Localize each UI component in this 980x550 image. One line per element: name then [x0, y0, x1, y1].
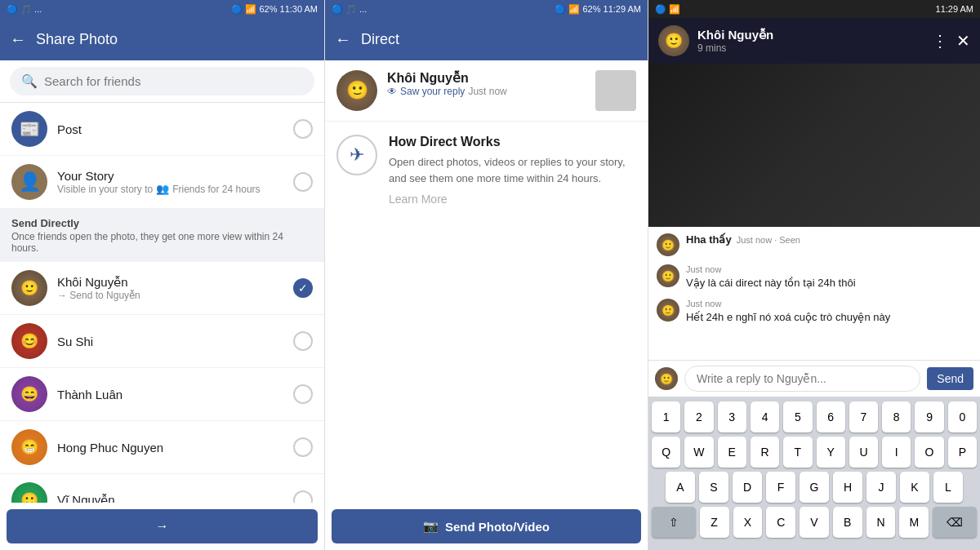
key-f[interactable]: F [766, 472, 795, 503]
khoi-text: Khôi Nguyễn → Send to Nguyễn [57, 275, 283, 301]
thanh-radio[interactable] [293, 384, 313, 404]
key-3[interactable]: 3 [718, 401, 746, 432]
key-y[interactable]: Y [817, 437, 845, 468]
key-q[interactable]: Q [652, 437, 680, 468]
key-9[interactable]: 9 [915, 401, 943, 432]
direct-time: Just now [468, 86, 506, 97]
story-radio[interactable] [293, 172, 313, 192]
msg-content-2: Just now Vậy là cái direct này tồn tại 2… [686, 264, 972, 291]
keyboard-row-a: A S D F G H J K L [652, 472, 977, 503]
post-icon-symbol: 📰 [20, 119, 40, 139]
key-7[interactable]: 7 [849, 401, 878, 432]
post-item[interactable]: 📰 Post [0, 103, 324, 156]
hong-name: Hong Phuc Nguyen [57, 441, 283, 455]
key-j[interactable]: J [866, 472, 896, 503]
friend-item-sushi[interactable]: 😊 Su Shi [0, 315, 324, 368]
key-o[interactable]: O [915, 437, 943, 468]
chat-image-bg [648, 64, 980, 227]
key-4[interactable]: 4 [751, 401, 779, 432]
key-h[interactable]: H [833, 472, 862, 503]
direct-user-text: Khôi Nguyễn 👁 Saw your reply Just now [387, 70, 586, 97]
share-list: 📰 Post 👤 Your Story Visible in your stor… [0, 103, 324, 503]
how-direct-desc: Open direct photos, videos or replies to… [389, 154, 636, 186]
khoi-name: Khôi Nguyễn [57, 275, 283, 290]
close-icon[interactable]: ✕ [956, 31, 970, 51]
key-e[interactable]: E [718, 437, 746, 468]
chat-panel: 🔵 📶 11:29 AM 🙂 Khôi Nguyễn 9 mins ⋮ ✕ 🙂 … [648, 0, 980, 550]
chat-message-2: 🙂 Just now Vậy là cái direct này tồn tại… [657, 264, 972, 291]
key-t[interactable]: T [783, 437, 812, 468]
story-label: Your Story [57, 169, 283, 183]
key-x[interactable]: X [733, 507, 763, 538]
msg-avatar-3: 🙂 [657, 299, 679, 322]
key-1[interactable]: 1 [652, 401, 680, 432]
virtual-keyboard: 1 2 3 4 5 6 7 8 9 0 Q W E R T Y U I O P … [648, 397, 980, 550]
key-s[interactable]: S [699, 472, 728, 503]
back-button-p1[interactable]: ← [10, 30, 26, 49]
status-right-p1: 🔵 📶 62% 11:30 AM [231, 4, 318, 15]
friend-item-vi[interactable]: 🙂 Vĩ Nguyễn [0, 474, 324, 503]
search-input[interactable] [44, 74, 303, 88]
key-a[interactable]: A [666, 472, 695, 503]
key-g[interactable]: G [800, 472, 829, 503]
key-z[interactable]: Z [700, 507, 729, 538]
key-shift[interactable]: ⇧ [652, 507, 696, 538]
key-8[interactable]: 8 [882, 401, 911, 432]
key-6[interactable]: 6 [817, 401, 845, 432]
more-options-icon[interactable]: ⋮ [932, 31, 948, 51]
send-reply-button[interactable]: Send [927, 367, 973, 390]
direct-user-item[interactable]: 🙂 Khôi Nguyễn 👁 Saw your reply Just now [325, 60, 648, 122]
chat-message-1: 🙂 Hha thấy Just now · Seen [657, 233, 972, 256]
chat-header-text: Khôi Nguyễn 9 mins [697, 28, 924, 54]
chat-status-icons: 🔵 📶 [655, 4, 680, 15]
key-k[interactable]: K [900, 472, 929, 503]
key-5[interactable]: 5 [783, 401, 812, 432]
key-w[interactable]: W [684, 437, 713, 468]
story-item[interactable]: 👤 Your Story Visible in your story to 👥 … [0, 156, 324, 209]
key-2[interactable]: 2 [684, 401, 713, 432]
post-radio[interactable] [293, 119, 313, 139]
send-button-p1[interactable]: → [7, 509, 318, 543]
hong-text: Hong Phuc Nguyen [57, 441, 283, 455]
friend-item-hong[interactable]: 😁 Hong Phuc Nguyen [0, 421, 324, 474]
seen-eye-icon: 👁 [387, 86, 397, 97]
msg-header-2: Just now [686, 264, 972, 274]
sushi-text: Su Shi [57, 335, 283, 348]
key-i[interactable]: I [882, 437, 911, 468]
sushi-name: Su Shi [57, 335, 283, 348]
back-button-p2[interactable]: ← [335, 30, 351, 49]
reply-input[interactable] [684, 366, 920, 392]
page-title-p1: Share Photo [36, 31, 118, 48]
key-n[interactable]: N [866, 507, 896, 538]
learn-more-link[interactable]: Learn More [389, 193, 636, 206]
key-c[interactable]: C [766, 507, 795, 538]
top-bar-p2: ← Direct [325, 18, 648, 60]
friend-item-khoi[interactable]: 🙂 Khôi Nguyễn → Send to Nguyễn ✓ [0, 262, 324, 315]
key-u[interactable]: U [849, 437, 878, 468]
key-d[interactable]: D [733, 472, 762, 503]
chat-input-area: 🙂 Send [648, 360, 980, 397]
key-0[interactable]: 0 [948, 401, 977, 432]
hong-radio[interactable] [293, 437, 313, 457]
send-photo-button[interactable]: 📷 Send Photo/Video [332, 509, 641, 543]
how-direct-section: ✈ How Direct Works Open direct photos, v… [325, 122, 648, 219]
page-title-p2: Direct [361, 31, 399, 48]
how-direct-title: How Direct Works [389, 135, 636, 149]
friend-item-thanh[interactable]: 😄 Thành Luân [0, 368, 324, 421]
key-backspace[interactable]: ⌫ [933, 507, 977, 538]
sushi-radio[interactable] [293, 331, 313, 351]
vi-radio[interactable] [293, 490, 313, 503]
key-m[interactable]: M [899, 507, 929, 538]
send-directly-title: Send Directly [11, 217, 313, 229]
search-wrapper[interactable]: 🔍 [10, 67, 314, 95]
post-text: Post [57, 122, 283, 136]
key-l[interactable]: L [933, 472, 963, 503]
key-v[interactable]: V [800, 507, 829, 538]
status-bar-p1: 🔵 🎵 ... 🔵 📶 62% 11:30 AM [0, 0, 324, 18]
story-avatar: 👤 [11, 164, 47, 200]
khoi-radio[interactable]: ✓ [293, 278, 313, 298]
key-p[interactable]: P [948, 437, 977, 468]
key-r[interactable]: R [751, 437, 779, 468]
key-b[interactable]: B [833, 507, 862, 538]
msg-header-3: Just now [686, 299, 972, 308]
